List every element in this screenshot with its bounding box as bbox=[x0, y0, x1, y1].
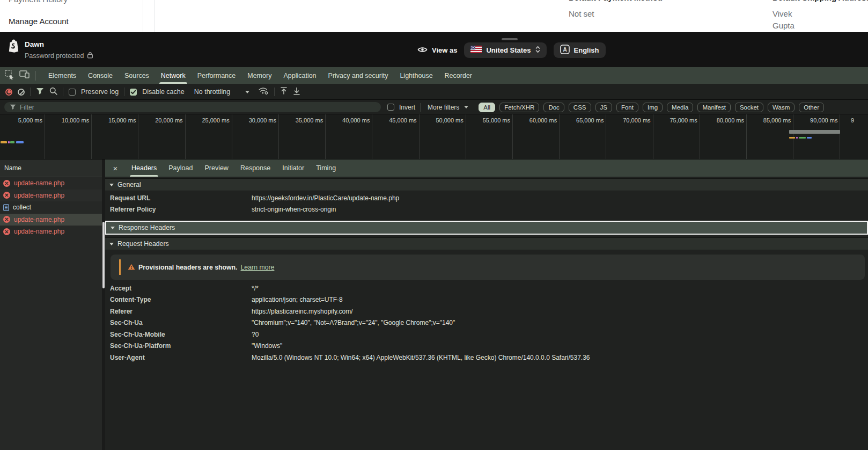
waterfall-segment bbox=[789, 137, 795, 139]
request-row[interactable]: update-name.php bbox=[0, 214, 102, 226]
waterfall-segment bbox=[16, 141, 24, 143]
chip-img[interactable]: Img bbox=[643, 103, 663, 112]
details-tab-preview-label: Preview bbox=[204, 164, 228, 172]
request-headers-section-header[interactable]: Request Headers bbox=[105, 237, 868, 250]
timeline-tick-label: 50,000 ms bbox=[418, 117, 464, 124]
response-headers-section-header[interactable]: Response Headers bbox=[105, 221, 868, 235]
view-as-label: View as bbox=[432, 46, 457, 54]
tab-performance[interactable]: Performance bbox=[192, 67, 242, 84]
general-row: Referrer Policystrict-origin-when-cross-… bbox=[105, 204, 868, 216]
general-section-header[interactable]: General bbox=[105, 178, 868, 191]
chip-wasm[interactable]: Wasm bbox=[768, 103, 795, 112]
tab-privacy-and-security[interactable]: Privacy and security bbox=[322, 67, 394, 84]
record-network-log-button[interactable] bbox=[5, 89, 12, 96]
details-tab-preview[interactable]: Preview bbox=[198, 159, 234, 177]
name-column-header[interactable]: Name bbox=[0, 159, 102, 177]
preview-bar-drag-handle[interactable] bbox=[502, 38, 518, 40]
details-tab-timing[interactable]: Timing bbox=[310, 159, 342, 177]
learn-more-link[interactable]: Learn more bbox=[241, 264, 275, 271]
tab-sources[interactable]: Sources bbox=[119, 67, 155, 84]
provisional-headers-warning: Provisional headers are shown. Learn mor… bbox=[111, 255, 865, 280]
details-tab-response-label: Response bbox=[240, 164, 270, 172]
request-row[interactable]: update-name.php bbox=[0, 177, 102, 190]
store-name: Dawn bbox=[25, 40, 44, 48]
toolbar-separator bbox=[30, 88, 31, 96]
chip-fetch-xhr[interactable]: Fetch/XHR bbox=[499, 103, 539, 112]
details-tab-payload[interactable]: Payload bbox=[163, 159, 198, 177]
disclosure-triangle-icon bbox=[111, 227, 115, 229]
more-filters-label[interactable]: More filters bbox=[428, 104, 459, 111]
invert-filter-checkbox[interactable] bbox=[387, 104, 394, 111]
selected-tab-underline bbox=[130, 175, 158, 177]
tab-memory[interactable]: Memory bbox=[241, 67, 277, 84]
throttling-select[interactable]: No throttling bbox=[194, 88, 230, 96]
chip-socket[interactable]: Socket bbox=[735, 103, 763, 112]
preserve-log-checkbox[interactable] bbox=[69, 89, 76, 96]
details-tab-initiator[interactable]: Initiator bbox=[276, 159, 310, 177]
tab-lighthouse[interactable]: Lighthouse bbox=[394, 67, 438, 84]
timeline-tick-label: 75,000 ms bbox=[652, 117, 697, 124]
waterfall-segment bbox=[796, 137, 798, 139]
details-tab-response[interactable]: Response bbox=[234, 159, 276, 177]
search-icon[interactable] bbox=[49, 87, 57, 97]
selected-tab-underline bbox=[159, 82, 187, 84]
waterfall-segment bbox=[8, 141, 10, 143]
toolbar-separator bbox=[420, 103, 421, 112]
tab-elements[interactable]: Elements bbox=[42, 67, 82, 84]
warning-accent-bar bbox=[119, 259, 121, 275]
chip-media[interactable]: Media bbox=[667, 103, 693, 112]
tab-application[interactable]: Application bbox=[277, 67, 322, 84]
timeline-tick-label: 15,000 ms bbox=[91, 117, 136, 124]
clear-network-log-button[interactable] bbox=[18, 89, 25, 96]
device-toolbar-icon[interactable] bbox=[19, 70, 30, 81]
country-selector-value: United States bbox=[486, 46, 531, 54]
network-overview-timeline[interactable]: 5,000 ms10,000 ms15,000 ms20,000 ms25,00… bbox=[0, 114, 868, 159]
us-flag-icon bbox=[470, 46, 482, 55]
timeline-tick-label: 85,000 ms bbox=[746, 117, 791, 124]
network-conditions-icon[interactable] bbox=[258, 87, 269, 97]
chip-font[interactable]: Font bbox=[616, 103, 638, 112]
request-row[interactable]: update-name.php bbox=[0, 190, 102, 202]
request-header-name: Sec-Ch-Ua-Platform bbox=[105, 342, 252, 350]
chip-all[interactable]: All bbox=[479, 103, 495, 112]
country-selector[interactable]: United States bbox=[464, 42, 546, 58]
disable-cache-checkbox[interactable] bbox=[130, 89, 137, 96]
tab-recorder[interactable]: Recorder bbox=[439, 67, 478, 84]
payment-method-value: Not set bbox=[569, 9, 594, 18]
request-row[interactable]: update-name.php bbox=[0, 226, 102, 238]
request-header-row: Sec-Ch-Ua-Mobile?0 bbox=[105, 329, 868, 340]
request-row[interactable]: collect bbox=[0, 201, 102, 214]
throttling-caret-icon[interactable] bbox=[245, 91, 249, 93]
inspect-element-icon[interactable] bbox=[5, 70, 15, 82]
timeline-tick-label: 65,000 ms bbox=[558, 117, 604, 124]
more-filters-caret-icon[interactable] bbox=[464, 106, 468, 108]
language-selector[interactable]: A English bbox=[554, 42, 606, 58]
lock-icon bbox=[87, 52, 93, 60]
manage-account-link[interactable]: Manage Account bbox=[9, 17, 69, 26]
general-value: https://geeksfordev.in/PlasticCare/updat… bbox=[252, 194, 399, 202]
disable-cache-label[interactable]: Disable cache bbox=[142, 88, 185, 96]
tab-privacy-and-security-label: Privacy and security bbox=[328, 72, 388, 79]
chip-css[interactable]: CSS bbox=[569, 103, 591, 112]
export-har-icon[interactable] bbox=[293, 87, 300, 97]
preserve-log-label[interactable]: Preserve log bbox=[81, 88, 119, 96]
tab-network[interactable]: Network bbox=[155, 67, 192, 84]
warning-text: Provisional headers are shown. bbox=[138, 264, 238, 271]
timeline-tick-label: 90,000 ms bbox=[792, 117, 837, 124]
request-header-row: Accept*/* bbox=[105, 282, 868, 294]
shipping-last-name: Gupta bbox=[773, 21, 795, 30]
chip-manifest[interactable]: Manifest bbox=[697, 103, 730, 112]
tab-performance-label: Performance bbox=[197, 72, 236, 79]
details-tab-headers[interactable]: Headers bbox=[126, 159, 163, 177]
invert-filter-label[interactable]: Invert bbox=[399, 104, 415, 111]
tab-console[interactable]: Console bbox=[82, 67, 119, 84]
chip-other[interactable]: Other bbox=[799, 103, 824, 112]
requests-panel: Name update-name.phpupdate-name.phpcolle… bbox=[0, 159, 102, 450]
payment-history-link-clipped[interactable]: Payment History bbox=[9, 0, 68, 4]
filter-toggle-icon[interactable] bbox=[36, 88, 44, 97]
import-har-icon[interactable] bbox=[280, 87, 288, 97]
filter-input[interactable]: Filter bbox=[4, 102, 381, 112]
chip-js[interactable]: JS bbox=[595, 103, 612, 112]
close-details-icon[interactable]: × bbox=[105, 159, 126, 177]
chip-doc[interactable]: Doc bbox=[543, 103, 564, 112]
